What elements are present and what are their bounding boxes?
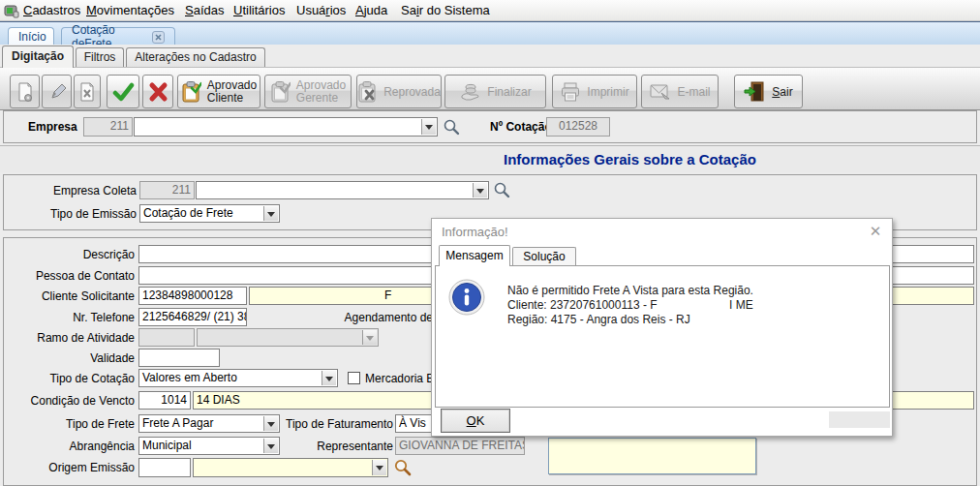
- edit-record-button[interactable]: [42, 75, 72, 108]
- representante-field[interactable]: GIOVANNA DE FREITAS MEN: [395, 437, 525, 455]
- aprovado-cliente-label-1: Aprovado: [207, 79, 257, 92]
- origem-emissao-dropdown[interactable]: [193, 458, 388, 477]
- validade-label: Validade: [4, 351, 135, 365]
- hand-coins-icon: [459, 81, 481, 103]
- menu-usuarios[interactable]: Usuários: [292, 3, 350, 19]
- green-check-icon: [111, 81, 135, 103]
- app-icon: [4, 3, 19, 18]
- descricao-label: Descrição: [4, 248, 135, 261]
- empresa-dropdown[interactable]: [134, 117, 438, 137]
- tipo-emissao-dropdown[interactable]: Cotação de Frete: [139, 204, 280, 223]
- document-tab-strip: Início Cotação deFrete: [0, 21, 980, 45]
- empresa-code-field[interactable]: 211: [83, 117, 133, 137]
- tipo-emissao-label: Tipo de Emissão: [4, 207, 137, 221]
- reprovada-button[interactable]: Reprovada: [356, 75, 442, 108]
- empresa-header-panel: Empresa 211 Nº Cotação 012528: [3, 110, 977, 143]
- tipo-cotacao-value: Valores em Aberto: [142, 371, 237, 384]
- cliente-solicitante-input[interactable]: 12384898000128: [138, 287, 247, 305]
- ramo-atividade-dropdown[interactable]: [197, 328, 379, 347]
- empresa-coleta-dropdown[interactable]: [196, 181, 489, 199]
- num-cotacao-field[interactable]: 012528: [546, 117, 610, 137]
- imprimir-button[interactable]: Imprimir: [552, 75, 637, 108]
- dropdown-arrow-icon[interactable]: [362, 330, 377, 345]
- dialog-message-line1: Não é permitido Frete A Vista para esta …: [507, 284, 753, 297]
- tab-digitacao[interactable]: Digitação: [2, 46, 74, 68]
- empresa-coleta-search-icon[interactable]: [493, 181, 510, 198]
- dropdown-arrow-icon[interactable]: [322, 371, 336, 385]
- tab-filtros[interactable]: Filtros: [76, 47, 124, 68]
- dialog-tab-solucao[interactable]: Solução: [512, 247, 576, 266]
- condicao-vencto-label: Condição de Vencto: [4, 394, 135, 408]
- clipboard-check-gray-icon: [270, 80, 291, 103]
- email-button[interactable]: E-mail: [641, 75, 719, 108]
- dropdown-arrow-icon[interactable]: [473, 183, 487, 197]
- menu-cadastros[interactable]: Cadastros: [19, 3, 84, 19]
- red-x-icon: [147, 81, 168, 103]
- aprovado-cliente-label-2: Cliente: [207, 92, 257, 105]
- imprimir-label: Imprimir: [587, 85, 628, 99]
- observacao-textarea[interactable]: [548, 438, 756, 474]
- cliente-solicitante-label: Cliente Solicitante: [4, 289, 135, 303]
- finalizar-button[interactable]: Finalizar: [444, 75, 546, 108]
- aprovado-gerente-button[interactable]: AprovadoGerente: [264, 75, 352, 108]
- dropdown-arrow-icon[interactable]: [421, 119, 436, 135]
- nr-telefone-label: Nr. Telefone: [4, 311, 135, 324]
- ok-label-rest: K: [476, 413, 485, 428]
- empresa-coleta-code-field[interactable]: 211: [139, 181, 195, 199]
- tab-digitacao-label: Digitação: [12, 49, 64, 63]
- menu-sair-do-sistema[interactable]: Sair do Sistema: [397, 3, 494, 19]
- finalizar-label: Finalizar: [487, 85, 531, 99]
- section-header-strip: Informações Gerais sobre a Cotação: [0, 145, 980, 172]
- edit-pencil-icon: [47, 81, 67, 103]
- empresa-label: Empresa: [28, 120, 77, 134]
- dropdown-arrow-icon[interactable]: [372, 460, 386, 475]
- envelope-icon: [649, 82, 671, 102]
- mercadoria-checkbox[interactable]: [348, 372, 360, 384]
- origem-emissao-search-icon[interactable]: [393, 458, 412, 476]
- ramo-atividade-code-field[interactable]: [138, 328, 195, 347]
- sair-label: Sair: [772, 85, 792, 99]
- tipo-frete-value: Frete A Pagar: [142, 416, 213, 430]
- ok-label-key: O: [467, 413, 476, 428]
- email-label: E-mail: [677, 85, 710, 99]
- dialog-message-line3: Região: 4175 - Angra dos Reis - RJ: [507, 313, 690, 326]
- abrangencia-label: Abrangência: [4, 440, 135, 453]
- delete-record-button[interactable]: [74, 75, 101, 108]
- menu-saidas[interactable]: Saídas: [181, 3, 228, 19]
- empresa-search-icon[interactable]: [443, 118, 460, 136]
- origem-emissao-code-input[interactable]: [138, 458, 191, 477]
- nr-telefone-input[interactable]: 2125646829/ (21) 386: [138, 308, 247, 326]
- agendamento-label: Agendamento de: [275, 311, 433, 324]
- tipo-cotacao-dropdown[interactable]: Valores em Aberto: [138, 369, 338, 387]
- tab-inicio[interactable]: Início: [8, 27, 54, 46]
- validade-input[interactable]: [138, 349, 220, 367]
- tipo-cotacao-label: Tipo de Cotação: [4, 372, 135, 385]
- dialog-message-line2b: I ME: [729, 298, 753, 312]
- abrangencia-value: Municipal: [142, 439, 192, 452]
- aprovado-cliente-button[interactable]: AprovadoCliente: [177, 75, 260, 108]
- empresa-coleta-label: Empresa Coleta: [4, 184, 137, 197]
- dialog-close-icon[interactable]: ✕: [868, 224, 883, 239]
- sub-tab-strip: Digitação Filtros Alterações no Cadastro: [0, 45, 980, 67]
- tab-cotacao-de-frete[interactable]: Cotação deFrete: [61, 27, 175, 46]
- dropdown-arrow-icon[interactable]: [263, 206, 278, 221]
- cancel-button[interactable]: [142, 75, 173, 108]
- tipo-frete-label: Tipo de Frete: [4, 417, 135, 431]
- menu-movimentacoes[interactable]: Movimentações: [82, 3, 178, 19]
- ramo-atividade-label: Ramo de Atividade: [4, 331, 135, 345]
- dialog-message-panel: Não é permitido Frete A Vista para esta …: [435, 265, 890, 408]
- section-title: Informações Gerais sobre a Cotação: [504, 151, 756, 167]
- tab-close-icon[interactable]: [152, 31, 165, 44]
- menu-ajuda[interactable]: Ajuda: [352, 3, 391, 19]
- ok-button[interactable]: OK: [441, 409, 510, 433]
- representante-label: Representante: [246, 440, 393, 453]
- app-window: Cadastros Movimentações Saídas Utilitári…: [0, 0, 980, 486]
- condicao-vencto-code-input[interactable]: 1014: [138, 391, 191, 410]
- dialog-tab-mensagem[interactable]: Mensagem: [439, 245, 510, 266]
- new-record-button[interactable]: [10, 75, 40, 108]
- tab-filtros-label: Filtros: [84, 50, 116, 64]
- confirm-button[interactable]: [107, 75, 139, 108]
- menu-utilitarios[interactable]: Utilitários: [230, 3, 289, 19]
- sair-button[interactable]: Sair: [734, 75, 803, 108]
- tab-alteracoes-no-cadastro[interactable]: Alterações no Cadastro: [126, 47, 265, 68]
